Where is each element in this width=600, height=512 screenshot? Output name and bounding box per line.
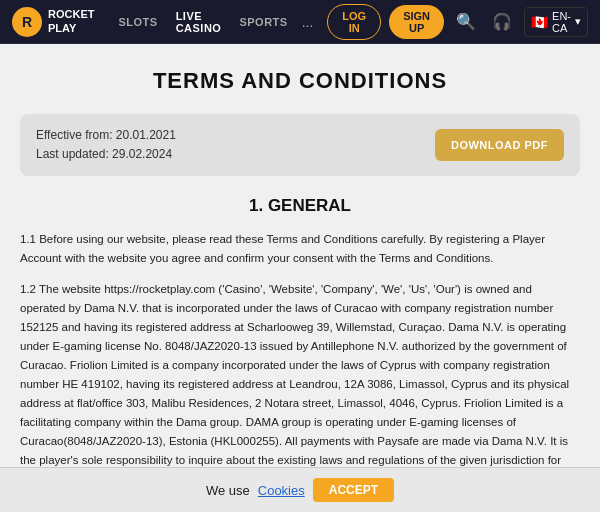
section1-heading: 1. GENERAL: [20, 196, 580, 216]
page-title: TERMS AND CONDITIONS: [20, 68, 580, 94]
nav-more-button[interactable]: ...: [298, 10, 318, 34]
effective-date: Effective from: 20.01.2021: [36, 126, 176, 145]
updated-date: Last updated: 29.02.2024: [36, 145, 176, 164]
cookies-link[interactable]: Cookies: [258, 483, 305, 498]
headset-icon[interactable]: 🎧: [488, 10, 516, 33]
nav-slots[interactable]: SLOTS: [110, 12, 165, 32]
nav-live-casino[interactable]: LIVE CASINO: [168, 6, 230, 38]
paragraph-1-2: 1.2 The website https://rocketplay.com (…: [20, 280, 580, 489]
search-icon[interactable]: 🔍: [452, 10, 480, 33]
paragraph-1-1: 1.1 Before using our website, please rea…: [20, 230, 580, 268]
signup-button[interactable]: SIGN UP: [389, 5, 444, 39]
header-actions: LOG IN SIGN UP 🔍 🎧 🇨🇦 EN-CA ▾: [327, 4, 588, 40]
dates-info: Effective from: 20.01.2021 Last updated:…: [36, 126, 176, 164]
logo-text: ROCKET PLAY: [48, 8, 94, 34]
main-content: TERMS AND CONDITIONS Effective from: 20.…: [0, 44, 600, 512]
site-header: R ROCKET PLAY SLOTS LIVE CASINO SPORTS .…: [0, 0, 600, 44]
cookie-text: We use: [206, 483, 250, 498]
nav-sports[interactable]: SPORTS: [231, 12, 295, 32]
logo-symbol: R: [22, 14, 32, 30]
download-pdf-button[interactable]: DOWNLOAD PDF: [435, 129, 564, 161]
language-selector[interactable]: 🇨🇦 EN-CA ▾: [524, 7, 588, 37]
chevron-down-icon: ▾: [575, 15, 581, 28]
info-box: Effective from: 20.01.2021 Last updated:…: [20, 114, 580, 176]
logo-icon: R: [12, 7, 42, 37]
login-button[interactable]: LOG IN: [327, 4, 381, 40]
cookie-banner: We use Cookies ACCEPT: [0, 467, 600, 512]
accept-cookies-button[interactable]: ACCEPT: [313, 478, 394, 502]
logo[interactable]: R ROCKET PLAY: [12, 7, 94, 37]
main-nav: SLOTS LIVE CASINO SPORTS ...: [110, 6, 317, 38]
flag-icon: 🇨🇦: [531, 14, 548, 30]
lang-code: EN-CA: [552, 10, 571, 34]
